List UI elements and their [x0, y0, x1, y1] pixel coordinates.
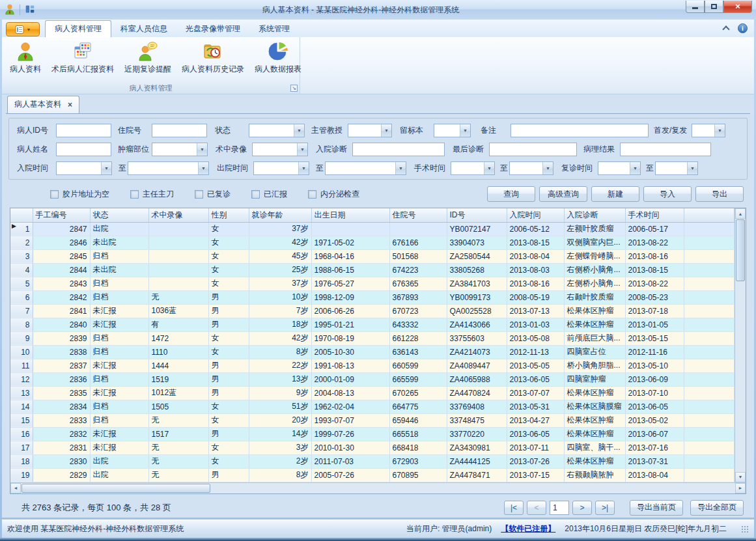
col-gender[interactable]: 性别 — [208, 208, 249, 222]
table-row[interactable]: 8 2840 未汇报 有 男 18岁 1995-01-21 643332 ZA4… — [10, 318, 735, 331]
scroll-right-icon[interactable]: ► — [735, 483, 746, 493]
patient-history-button[interactable]: 病人资料历史记录 — [176, 40, 249, 81]
export-button[interactable]: 导出 — [695, 186, 744, 202]
patient-id-input[interactable] — [56, 124, 111, 137]
patient-info-button[interactable]: 病人资料 — [5, 40, 46, 81]
dropdown-arrow-icon[interactable]: ▼ — [630, 162, 640, 174]
dropdown-arrow-icon[interactable]: ▼ — [298, 162, 309, 174]
dropdown-arrow-icon[interactable]: ▼ — [198, 162, 208, 174]
dropdown-arrow-icon[interactable]: ▼ — [101, 162, 111, 174]
final-diag-input[interactable] — [489, 143, 577, 156]
dialog-launcher-icon[interactable]: ↘ — [290, 85, 298, 92]
hosp-no-input[interactable] — [152, 124, 207, 137]
table-row[interactable]: 2 2846 未出院 女 42岁 1971-05-02 676166 33904… — [10, 236, 735, 249]
revisit-time-from-select[interactable]: ▼ — [598, 161, 641, 175]
table-row[interactable]: 6 2842 归档 无 男 10岁 1998-12-09 367893 YB00… — [10, 290, 735, 304]
postop-report-button[interactable]: 术后病人汇报资料 — [46, 40, 119, 81]
table-row[interactable]: 10 2838 归档 1110 女 8岁 2005-10-30 636143 Z… — [10, 345, 735, 359]
horizontal-scroll-thumb[interactable] — [21, 484, 210, 493]
discharge-time-to-select[interactable]: ▼ — [325, 161, 406, 175]
table-row[interactable]: 11 2837 未汇报 1444 男 22岁 1991-08-13 660599… — [10, 359, 735, 372]
tab-close-icon[interactable]: × — [68, 100, 72, 109]
page-number-input[interactable] — [550, 501, 569, 515]
patient-report-button[interactable]: 病人数据报表 — [249, 40, 307, 81]
prev-page-button[interactable]: < — [527, 501, 546, 515]
horizontal-scrollbar[interactable]: ◄ ► — [10, 482, 746, 493]
new-button[interactable]: 新建 — [591, 186, 639, 202]
discharge-time-from-select[interactable]: ▼ — [253, 161, 309, 175]
dropdown-arrow-icon[interactable]: ▼ — [197, 143, 207, 156]
table-row[interactable]: 12 2836 归档 1519 男 13岁 2000-01-09 665599 … — [10, 372, 735, 386]
checkbox-chief-surgeon[interactable]: 主任主刀 — [130, 189, 174, 200]
vertical-scroll-thumb[interactable] — [736, 219, 745, 281]
scroll-left-icon[interactable]: ◄ — [10, 483, 21, 493]
minimize-button[interactable] — [686, 1, 705, 13]
dropdown-arrow-icon[interactable]: ▼ — [484, 162, 494, 174]
last-page-button[interactable]: >| — [595, 501, 615, 515]
col-age[interactable]: 就诊年龄 — [249, 208, 311, 222]
table-row[interactable]: 19 2829 出院 无 男 8岁 2005-07-26 670895 ZA44… — [10, 468, 735, 482]
dropdown-arrow-icon[interactable]: ▼ — [381, 124, 391, 137]
export-all-pages-button[interactable]: 导出全部页 — [690, 500, 744, 516]
col-video[interactable]: 术中录像 — [148, 208, 208, 222]
note-input[interactable] — [511, 124, 649, 137]
table-row[interactable]: 7 2841 未汇报 1036蓝 男 7岁 2006-06-26 670723 … — [10, 304, 735, 318]
resize-grip[interactable] — [741, 525, 749, 533]
col-admit-time[interactable]: 入院时间 — [507, 208, 564, 222]
table-row[interactable]: 4 2844 未出院 女 25岁 1988-06-15 674223 33805… — [10, 263, 735, 277]
ribbon-tab-department-staff[interactable]: 科室人员信息 — [111, 21, 176, 37]
ribbon-tab-disc-tape[interactable]: 光盘录像带管理 — [176, 21, 249, 37]
dropdown-arrow-icon[interactable]: ▼ — [542, 162, 553, 174]
table-row[interactable]: 17 2831 未汇报 无 女 3岁 2010-01-30 668418 ZA3… — [10, 441, 735, 454]
admit-diag-input[interactable] — [352, 143, 445, 156]
first-recur-select[interactable]: ▼ — [692, 124, 725, 137]
specimen-select[interactable]: ▼ — [434, 124, 471, 137]
dropdown-arrow-icon[interactable]: ▼ — [714, 124, 725, 137]
tab-patient-basic-info[interactable]: 病人基本资料 × — [7, 96, 79, 113]
admit-time-from-select[interactable]: ▼ — [56, 161, 112, 175]
col-birth[interactable]: 出生日期 — [311, 208, 389, 222]
video-select[interactable]: ▼ — [252, 143, 308, 156]
col-admit-diag[interactable]: 入院诊断 — [564, 208, 625, 222]
table-row[interactable]: ▶1 2847 出院 女 37岁 YB0072147 2006-05-12 左额… — [10, 222, 735, 236]
app-logo-icon[interactable] — [4, 3, 16, 17]
query-button[interactable]: 查询 — [487, 186, 535, 202]
table-row[interactable]: 14 2834 归档 1505 女 51岁 1962-02-04 664775 … — [10, 400, 735, 413]
col-manual-no[interactable]: 手工编号 — [33, 208, 90, 222]
col-status[interactable]: 状态 — [90, 208, 148, 222]
col-hosp-no[interactable]: 住院号 — [389, 208, 447, 222]
vertical-scrollbar[interactable]: ▲ ▼ — [735, 208, 746, 482]
import-button[interactable]: 导入 — [643, 186, 692, 202]
professor-select[interactable]: ▼ — [348, 124, 392, 137]
maximize-button[interactable] — [705, 1, 723, 13]
dropdown-arrow-icon[interactable]: ▼ — [297, 143, 307, 156]
dropdown-arrow-icon[interactable]: ▼ — [460, 124, 470, 137]
table-row[interactable]: 13 2835 未汇报 1012蓝 男 9岁 2004-08-13 670265… — [10, 386, 735, 400]
advanced-query-button[interactable]: 高级查询 — [539, 186, 587, 202]
table-row[interactable]: 3 2845 归档 女 45岁 1968-04-16 501568 ZA2580… — [10, 249, 735, 263]
revisit-reminder-button[interactable]: 近期复诊提醒 — [119, 40, 176, 81]
patient-name-input[interactable] — [56, 143, 111, 156]
ribbon-tab-patient-management[interactable]: 病人资料管理 — [45, 20, 111, 37]
export-current-page-button[interactable]: 导出当前页 — [630, 500, 683, 516]
dropdown-arrow-icon[interactable]: ▼ — [687, 162, 697, 174]
table-row[interactable]: 5 2843 归档 女 37岁 1976-05-27 676365 ZA3841… — [10, 277, 735, 290]
checkbox-film-address-empty[interactable]: 胶片地址为空 — [50, 189, 109, 200]
horizontal-scroll-track[interactable] — [21, 483, 735, 493]
dropdown-arrow-icon[interactable]: ▼ — [395, 162, 406, 174]
checkbox-revisited[interactable]: 已复诊 — [195, 189, 231, 200]
checkbox-reported[interactable]: 已汇报 — [251, 189, 287, 200]
next-page-button[interactable]: > — [572, 501, 592, 515]
table-row[interactable]: 16 2832 未汇报 1517 男 14岁 1999-07-26 665518… — [10, 427, 735, 441]
application-menu-button[interactable]: ▼ — [6, 22, 40, 36]
collapse-ribbon-icon[interactable] — [722, 25, 729, 33]
scroll-up-icon[interactable]: ▲ — [735, 208, 746, 219]
dropdown-arrow-icon[interactable]: ▼ — [294, 124, 304, 137]
pathology-input[interactable] — [620, 143, 711, 156]
scroll-down-icon[interactable]: ▼ — [735, 472, 746, 482]
info-icon[interactable]: i — [738, 23, 748, 33]
col-surgery-time[interactable]: 手术时间 — [625, 208, 684, 222]
checkbox-endocrine-exam[interactable]: 内分泌检查 — [308, 189, 359, 200]
first-page-button[interactable]: |< — [504, 501, 524, 515]
software-registered-link[interactable]: 【软件已注册】 — [501, 523, 555, 534]
